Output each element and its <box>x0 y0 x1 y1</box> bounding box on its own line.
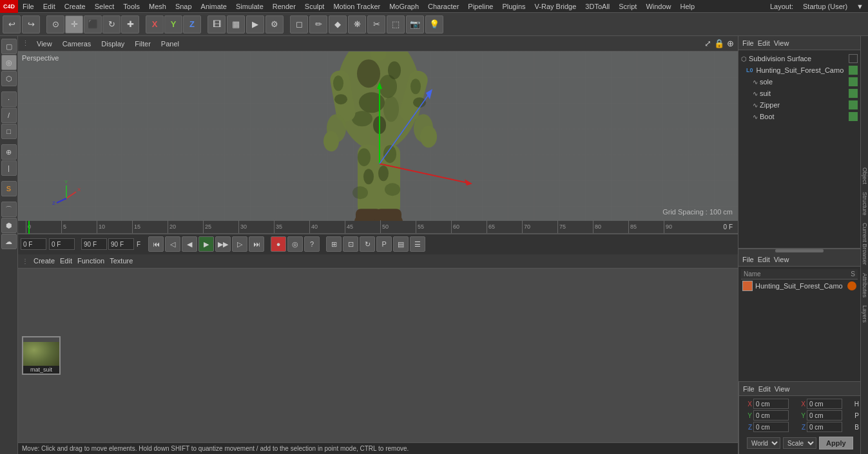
auto-key-btn[interactable]: ◎ <box>287 236 303 252</box>
obj-file-menu[interactable]: File <box>742 39 754 47</box>
next-frame-btn[interactable]: ▶▶ <box>215 236 231 252</box>
subdiv-vis-check[interactable] <box>849 54 858 63</box>
menu-select[interactable]: Select <box>90 0 119 12</box>
layout-selector[interactable]: Startup (User) <box>798 0 852 12</box>
render-btn[interactable]: ▶ <box>246 15 264 33</box>
camera-btn[interactable]: 📷 <box>406 15 424 33</box>
menu-mograph[interactable]: MoGraph <box>385 0 423 12</box>
obj-boot[interactable]: ∿ Boot <box>738 111 860 122</box>
menu-motion-tracker[interactable]: Motion Tracker <box>329 0 385 12</box>
coord-edit-menu[interactable]: Edit <box>758 385 771 393</box>
menu-create[interactable]: Create <box>60 0 90 12</box>
tab-current-browser[interactable]: Current Browser <box>860 219 869 269</box>
suit-vis-check[interactable] <box>849 66 858 75</box>
obj-suit[interactable]: ∿ suit <box>738 88 860 99</box>
coord-file-menu[interactable]: File <box>743 385 755 393</box>
undo-btn[interactable]: ↩ <box>3 15 21 33</box>
y-size-input[interactable] <box>807 410 842 421</box>
rotate-tool[interactable]: ↻ <box>102 15 121 33</box>
y-pos-input[interactable] <box>753 410 789 421</box>
menu-character[interactable]: Character <box>423 0 463 12</box>
menu-render[interactable]: Render <box>268 0 300 12</box>
vp-view-tab[interactable]: View <box>34 40 55 48</box>
z-pos-input[interactable] <box>753 422 789 432</box>
sole-vis-check[interactable] <box>849 77 858 86</box>
suit-mesh-vis[interactable] <box>849 89 858 98</box>
lt-poly[interactable]: □ <box>1 124 17 139</box>
render-settings-btn[interactable]: ⚙ <box>265 15 284 33</box>
z-axis-btn[interactable]: Z <box>183 15 201 33</box>
lt-measure[interactable]: | <box>1 160 17 176</box>
vp-panel-tab[interactable]: Panel <box>159 40 182 48</box>
material-swatch[interactable]: mat_suit <box>22 336 61 375</box>
layout-dropdown-btn[interactable]: ▼ <box>852 0 868 12</box>
mat-edit-menu[interactable]: Edit <box>60 257 72 265</box>
lt-model[interactable]: ◎ <box>1 55 17 70</box>
viewport[interactable]: Perspective <box>18 52 738 221</box>
dope-btn[interactable]: ☰ <box>410 236 425 252</box>
z-size-input[interactable] <box>807 422 842 432</box>
menu-animate[interactable]: Animate <box>197 0 231 12</box>
menu-script[interactable]: Script <box>614 0 641 12</box>
menu-pipeline[interactable]: Pipeline <box>463 0 497 12</box>
motion-btn[interactable]: ↻ <box>360 236 375 252</box>
tab-attributes[interactable]: Attributes <box>860 269 869 301</box>
obj-subdiv-surface[interactable]: ⬡ Subdivision Surface <box>738 53 860 64</box>
menu-window[interactable]: Window <box>641 0 675 12</box>
lt-texture[interactable]: ⬡ <box>1 71 17 86</box>
vp-filter-tab[interactable]: Filter <box>132 40 153 48</box>
obj-view-menu[interactable]: View <box>774 39 789 47</box>
obj-zipper[interactable]: ∿ Zipper <box>738 99 860 111</box>
paint-btn[interactable]: ✏ <box>309 15 327 33</box>
tab-structure[interactable]: Structure <box>860 188 869 220</box>
morph-btn[interactable]: ▤ <box>393 236 409 252</box>
menu-tools[interactable]: Tools <box>119 0 144 12</box>
lt-mesh[interactable]: ⬢ <box>1 218 17 233</box>
mat-function-menu[interactable]: Function <box>77 257 104 265</box>
lt-snap[interactable]: ⊕ <box>1 144 17 160</box>
menu-3dtoall[interactable]: 3DToAll <box>581 0 614 12</box>
end-frame-b-field[interactable] <box>108 238 134 250</box>
key-sel-btn[interactable]: ? <box>304 236 320 252</box>
move-tool[interactable]: ✛ <box>65 15 83 33</box>
mat-list-view-menu[interactable]: View <box>774 256 789 263</box>
knife-btn[interactable]: ✂ <box>367 15 385 33</box>
tab-layers[interactable]: Layers <box>860 301 869 326</box>
mat-hunting-suit-row[interactable]: Hunting_Suit_Forest_Camo <box>741 279 858 292</box>
mat-list-file-menu[interactable]: File <box>742 256 754 263</box>
zipper-vis[interactable] <box>849 100 858 109</box>
obj-edit-menu[interactable]: Edit <box>758 39 770 47</box>
mat-active-indicator[interactable] <box>847 281 856 290</box>
menu-help[interactable]: Help <box>676 0 700 12</box>
lt-select[interactable]: ▢ <box>1 39 17 54</box>
mat-create-menu[interactable]: Create <box>34 257 55 265</box>
end-frame-a-field[interactable] <box>81 238 107 250</box>
vp-display-tab[interactable]: Display <box>99 40 127 48</box>
y-axis-btn[interactable]: Y <box>164 15 182 33</box>
menu-plugins[interactable]: Plugins <box>497 0 530 12</box>
subdivide-btn[interactable]: ❋ <box>348 15 366 33</box>
lt-s[interactable]: S <box>1 181 17 196</box>
lt-bend[interactable]: ⌒ <box>1 202 17 217</box>
cube-btn[interactable]: ◻ <box>290 15 308 33</box>
go-start-btn[interactable]: ⏮ <box>148 236 164 252</box>
prev-frame-btn[interactable]: ◀ <box>182 236 197 252</box>
timeline-ruler[interactable]: 0 5 10 15 20 25 30 35 40 45 50 55 60 65 … <box>18 221 738 234</box>
go-end-btn[interactable]: ⏭ <box>249 236 264 252</box>
menu-simulate[interactable]: Simulate <box>231 0 268 12</box>
vp-lock-icon[interactable]: 🔒 <box>714 39 724 48</box>
current-frame-field[interactable] <box>21 238 46 250</box>
vp-cameras-tab[interactable]: Cameras <box>60 40 94 48</box>
right-panel-scrollbar[interactable] <box>738 249 860 252</box>
param-btn[interactable]: P <box>376 236 392 252</box>
lt-edges[interactable]: / <box>1 108 17 123</box>
menu-sculpt[interactable]: Sculpt <box>300 0 329 12</box>
lt-sculpt[interactable]: ☁ <box>1 234 17 249</box>
world-dropdown[interactable]: World <box>747 437 780 449</box>
coord-view-menu[interactable]: View <box>775 385 790 393</box>
play-btn[interactable]: ▶ <box>198 236 214 252</box>
x-axis-btn[interactable]: X <box>146 15 164 33</box>
menu-snap[interactable]: Snap <box>171 0 197 12</box>
render-region-btn[interactable]: ▦ <box>227 15 245 33</box>
mat-list-edit-menu[interactable]: Edit <box>758 256 770 263</box>
